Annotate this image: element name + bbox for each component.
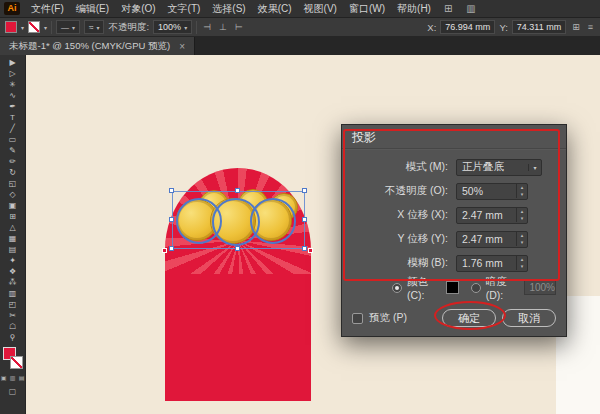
x-position-field[interactable]: 76.994 mm (440, 20, 495, 34)
chevron-down-icon: ▾ (184, 24, 187, 31)
zoom-tool[interactable]: ⚲ (2, 332, 24, 343)
draw-inside-icon[interactable]: ▤ (18, 374, 25, 382)
chevron-down-icon[interactable]: ▾ (21, 24, 24, 31)
annotation-ellipse (434, 301, 506, 330)
drawing-modes: ▣ ▥ ▤ (0, 374, 25, 382)
stroke-color-well[interactable] (10, 356, 23, 369)
type-tool[interactable]: T (2, 112, 24, 123)
annotation-rectangle (343, 129, 560, 281)
stroke-width-dropdown[interactable]: — ▾ (56, 20, 80, 34)
chevron-down-icon: ▾ (96, 24, 99, 31)
transform-section: X: 76.994 mm Y: 74.311 mm ⊞ ≡ (427, 20, 595, 34)
width-profile-icon: — (61, 23, 69, 32)
brush-icon: ≈ (89, 23, 93, 32)
artboard-tool[interactable]: ◰ (2, 299, 24, 310)
align-center-icon[interactable]: ⊥ (217, 22, 229, 32)
align-left-icon[interactable]: ⊣ (201, 22, 213, 32)
document-tab[interactable]: 未标题-1* @ 150% (CMYK/GPU 预览) × (0, 37, 195, 55)
fill-stroke-indicator (3, 347, 23, 369)
selection-handle[interactable] (169, 188, 174, 193)
panel-menu-icon[interactable]: ≡ (586, 22, 595, 32)
menu-item[interactable]: 文字(T) (162, 0, 207, 18)
menu-item[interactable]: 帮助(H) (391, 0, 437, 18)
selection-handle[interactable] (302, 188, 307, 193)
menu-bar: Ai 文件(F)编辑(E)对象(O)文字(T)选择(S)效果(C)视图(V)窗口… (0, 0, 600, 18)
document-title: 未标题-1* @ 150% (CMYK/GPU 预览) (9, 40, 170, 53)
pen-tool[interactable]: ✒ (2, 101, 24, 112)
opacity-field[interactable]: 100% ▾ (153, 20, 192, 34)
anchor-point[interactable] (308, 248, 313, 253)
menu-item[interactable]: 编辑(E) (70, 0, 115, 18)
x-label: X: (427, 22, 436, 33)
selection-handle[interactable] (169, 246, 174, 251)
shadow-color-swatch[interactable] (446, 281, 459, 294)
menu-item[interactable]: 视图(V) (298, 0, 343, 18)
tool-list: ▶▷✳∿✒T╱▭✎✏↻◱◇▣⊞△▦▤✦❖⁂▥◰✂☖⚲ (2, 57, 24, 343)
control-bar: ▾ ▾ — ▾ ≈ ▾ 不透明度: 100% ▾ ⊣ ⊥ ⊢ X: 76.994… (0, 18, 600, 37)
menu-item[interactable]: 对象(O) (115, 0, 161, 18)
fill-color-swatch[interactable] (5, 21, 17, 33)
selection-handle[interactable] (302, 246, 307, 251)
arrange-documents-icon[interactable]: ⊞ (437, 0, 459, 18)
preview-checkbox[interactable] (352, 313, 363, 324)
stroke-color-swatch[interactable] (28, 21, 40, 33)
chevron-down-icon[interactable]: ▾ (44, 24, 47, 31)
menu-item[interactable]: 效果(C) (252, 0, 298, 18)
selection-bounding-box (172, 191, 305, 249)
tools-panel: ▶▷✳∿✒T╱▭✎✏↻◱◇▣⊞△▦▤✦❖⁂▥◰✂☖⚲ ▣ ▥ ▤ ▢ (0, 55, 26, 414)
eyedropper-tool[interactable]: ✦ (2, 255, 24, 266)
draw-normal-icon[interactable]: ▣ (0, 374, 7, 382)
darkness-radio[interactable] (471, 283, 481, 293)
panel-grid-icon[interactable]: ⊞ (570, 22, 582, 32)
menu-item[interactable]: 选择(S) (206, 0, 251, 18)
paintbrush-tool[interactable]: ✎ (2, 145, 24, 156)
perspective-grid-tool[interactable]: △ (2, 222, 24, 233)
slice-tool[interactable]: ✂ (2, 310, 24, 321)
align-right-icon[interactable]: ⊢ (233, 22, 245, 32)
brush-definition-dropdown[interactable]: ≈ ▾ (84, 20, 104, 34)
menu-item[interactable]: 窗口(W) (343, 0, 391, 18)
illustrator-window: Ai 文件(F)编辑(E)对象(O)文字(T)选择(S)效果(C)视图(V)窗口… (0, 0, 600, 414)
gradient-tool[interactable]: ▤ (2, 244, 24, 255)
blend-tool[interactable]: ❖ (2, 266, 24, 277)
free-transform-tool[interactable]: ▣ (2, 200, 24, 211)
menu-item[interactable]: 文件(F) (25, 0, 70, 18)
chevron-down-icon: ▾ (72, 24, 75, 31)
menu-items: 文件(F)编辑(E)对象(O)文字(T)选择(S)效果(C)视图(V)窗口(W)… (25, 0, 437, 18)
illustrator-logo: Ai (4, 2, 20, 15)
pencil-tool[interactable]: ✏ (2, 156, 24, 167)
selection-handle[interactable] (235, 188, 240, 193)
direct-selection-tool[interactable]: ▷ (2, 68, 24, 79)
column-graph-tool[interactable]: ▥ (2, 288, 24, 299)
preview-label: 预览 (P) (369, 311, 407, 325)
rotate-tool[interactable]: ↻ (2, 167, 24, 178)
darkness-field: 100% (524, 280, 556, 295)
selection-handle[interactable] (302, 217, 307, 222)
divider (51, 21, 52, 34)
selection-tool[interactable]: ▶ (2, 57, 24, 68)
divider (196, 21, 197, 34)
hand-tool[interactable]: ☖ (2, 321, 24, 332)
close-icon[interactable]: × (179, 41, 185, 52)
selection-handle[interactable] (235, 246, 240, 251)
anchor-point[interactable] (162, 248, 167, 253)
lasso-tool[interactable]: ∿ (2, 90, 24, 101)
line-segment-tool[interactable]: ╱ (2, 123, 24, 134)
magic-wand-tool[interactable]: ✳ (2, 79, 24, 90)
shape-builder-tool[interactable]: ⊞ (2, 211, 24, 222)
selection-handle[interactable] (169, 217, 174, 222)
color-radio[interactable] (392, 283, 402, 293)
symbol-sprayer-tool[interactable]: ⁂ (2, 277, 24, 288)
cancel-button[interactable]: 取消 (502, 309, 556, 327)
y-position-field[interactable]: 74.311 mm (512, 20, 566, 34)
draw-behind-icon[interactable]: ▥ (9, 374, 16, 382)
width-tool[interactable]: ◇ (2, 189, 24, 200)
y-label: Y: (499, 22, 507, 33)
mesh-tool[interactable]: ▦ (2, 233, 24, 244)
opacity-label: 不透明度: (108, 21, 149, 34)
screen-mode-icon[interactable]: ▢ (9, 387, 17, 396)
rectangle-tool[interactable]: ▭ (2, 134, 24, 145)
scale-tool[interactable]: ◱ (2, 178, 24, 189)
document-tab-bar: 未标题-1* @ 150% (CMYK/GPU 预览) × (0, 37, 600, 55)
workspace-switcher-icon[interactable]: ▥ (459, 0, 482, 18)
